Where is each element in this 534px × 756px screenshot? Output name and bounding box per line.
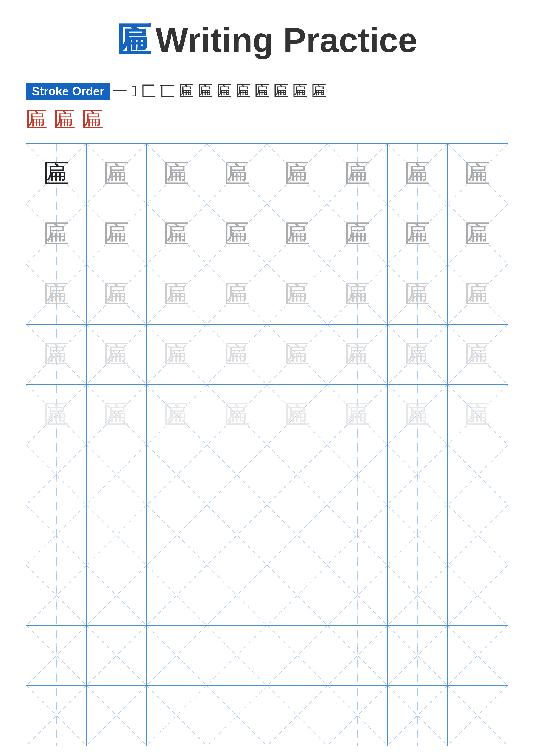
grid-cell[interactable]: 匾 (207, 385, 267, 445)
grid-cell[interactable]: 匾 (87, 385, 146, 445)
grid-cell[interactable] (147, 505, 207, 565)
grid-cell[interactable] (207, 445, 267, 505)
cell-guide-svg (388, 445, 447, 505)
grid-cell[interactable] (87, 505, 146, 565)
grid-cell[interactable]: 匾 (447, 324, 508, 385)
grid-cell[interactable]: 匾 (26, 385, 87, 445)
grid-cell[interactable]: 匾 (387, 324, 447, 385)
grid-cell[interactable]: 匾 (87, 204, 146, 264)
svg-line-156 (388, 686, 447, 745)
grid-cell[interactable]: 匾 (147, 204, 207, 264)
grid-cell[interactable]: 匾 (327, 385, 387, 445)
practice-char: 匾 (327, 385, 387, 445)
grid-cell[interactable]: 匾 (387, 204, 447, 264)
grid-cell[interactable]: 匾 (26, 324, 87, 385)
practice-char: 匾 (267, 385, 327, 445)
grid-cell[interactable] (327, 565, 387, 625)
title-text: Writing Practice (156, 21, 417, 59)
grid-cell[interactable]: 匾 (327, 264, 387, 324)
grid-cell[interactable] (207, 505, 267, 565)
grid-cell[interactable] (447, 686, 508, 746)
cell-guide-svg (87, 505, 146, 565)
grid-cell[interactable] (267, 565, 327, 625)
grid-cell[interactable] (387, 686, 447, 746)
grid-cell[interactable]: 匾 (327, 204, 387, 264)
grid-cell[interactable] (327, 625, 387, 686)
grid-cell[interactable]: 匾 (447, 144, 508, 204)
grid-cell[interactable] (26, 625, 87, 686)
grid-cell[interactable]: 匾 (387, 385, 447, 445)
grid-cell[interactable] (267, 505, 327, 565)
grid-cell[interactable] (147, 686, 207, 746)
grid-cell[interactable] (387, 565, 447, 625)
practice-char: 匾 (147, 204, 207, 264)
grid-cell[interactable] (207, 625, 267, 686)
grid-cell[interactable]: 匾 (387, 264, 447, 324)
grid-cell[interactable]: 匾 (87, 264, 146, 324)
grid-cell[interactable]: 匾 (147, 264, 207, 324)
grid-cell[interactable] (387, 625, 447, 686)
grid-cell[interactable] (207, 686, 267, 746)
grid-cell[interactable] (267, 625, 327, 686)
grid-cell[interactable] (447, 625, 508, 686)
grid-cell[interactable] (387, 505, 447, 565)
svg-line-105 (267, 505, 327, 565)
cell-guide-svg (87, 565, 146, 625)
practice-char: 匾 (448, 325, 507, 384)
svg-line-131 (87, 626, 146, 685)
stroke-3: 匚 (141, 81, 156, 101)
grid-cell[interactable]: 匾 (207, 144, 267, 204)
stroke-12: 匾 (312, 81, 327, 101)
grid-cell[interactable]: 匾 (87, 324, 146, 385)
grid-cell[interactable]: 匾 (327, 144, 387, 204)
svg-line-111 (448, 505, 507, 565)
grid-cell[interactable]: 匾 (147, 385, 207, 445)
grid-cell[interactable]: 匾 (447, 264, 508, 324)
grid-cell[interactable] (26, 445, 87, 505)
grid-cell[interactable] (147, 625, 207, 686)
grid-cell[interactable] (87, 686, 146, 746)
grid-cell[interactable] (26, 505, 87, 565)
grid-cell[interactable]: 匾 (26, 204, 87, 264)
grid-cell[interactable] (87, 445, 146, 505)
grid-cell[interactable] (267, 445, 327, 505)
grid-cell[interactable] (327, 445, 387, 505)
grid-cell[interactable] (147, 565, 207, 625)
grid-cell[interactable] (267, 686, 327, 746)
grid-cell[interactable] (447, 505, 508, 565)
grid-cell[interactable] (207, 565, 267, 625)
grid-cell[interactable]: 匾 (147, 144, 207, 204)
grid-cell[interactable]: 匾 (267, 324, 327, 385)
grid-cell[interactable] (26, 686, 87, 746)
svg-line-82 (87, 445, 146, 505)
stroke-6: 匾 (198, 81, 213, 101)
grid-cell[interactable] (447, 565, 508, 625)
grid-cell[interactable]: 匾 (267, 144, 327, 204)
practice-char: 匾 (388, 325, 447, 384)
grid-cell[interactable]: 匾 (327, 324, 387, 385)
grid-cell[interactable] (447, 445, 508, 505)
grid-cell[interactable]: 匾 (267, 385, 327, 445)
grid-cell[interactable]: 匾 (387, 144, 447, 204)
grid-cell[interactable] (147, 445, 207, 505)
grid-cell[interactable]: 匾 (147, 324, 207, 385)
cell-guide-svg (327, 505, 387, 565)
grid-cell[interactable]: 匾 (87, 144, 146, 204)
grid-cell[interactable]: 匾 (267, 264, 327, 324)
grid-cell[interactable]: 匾 (447, 204, 508, 264)
grid-cell[interactable]: 匾 (207, 204, 267, 264)
grid-cell[interactable] (327, 686, 387, 746)
grid-cell[interactable] (387, 445, 447, 505)
grid-cell[interactable]: 匾 (26, 144, 87, 204)
grid-cell[interactable]: 匾 (26, 264, 87, 324)
grid-cell[interactable] (327, 505, 387, 565)
grid-cell[interactable] (87, 565, 146, 625)
grid-cell[interactable]: 匾 (207, 324, 267, 385)
grid-cell[interactable]: 匾 (267, 204, 327, 264)
grid-cell[interactable]: 匾 (447, 385, 508, 445)
grid-cell[interactable]: 匾 (207, 264, 267, 324)
grid-cell[interactable] (26, 565, 87, 625)
grid-cell[interactable] (87, 625, 146, 686)
svg-line-104 (267, 505, 327, 565)
svg-line-134 (207, 626, 267, 685)
